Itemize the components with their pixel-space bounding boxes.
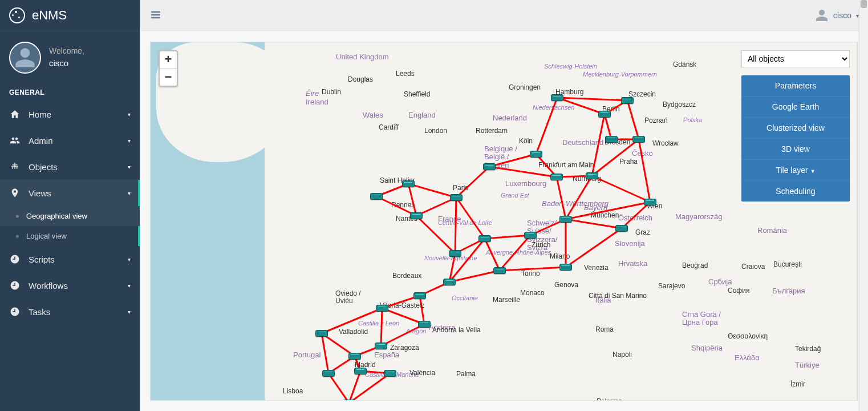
hamburger-icon[interactable] bbox=[149, 9, 163, 22]
welcome-greeting: Welcome, bbox=[49, 45, 84, 57]
sidebar-subnav: Geographical view Logical view bbox=[0, 206, 140, 246]
sidebar-item-admin[interactable]: Admin ▾ bbox=[0, 127, 140, 154]
network-node[interactable] bbox=[605, 136, 618, 143]
network-node[interactable] bbox=[524, 232, 537, 239]
brand-logo-icon bbox=[9, 7, 25, 23]
sitemap-icon bbox=[9, 162, 21, 172]
topbar-username: cisco bbox=[833, 11, 851, 20]
network-node[interactable] bbox=[559, 216, 572, 223]
map[interactable]: + − All objects Parameters Google Earth … bbox=[150, 42, 857, 401]
network-node[interactable] bbox=[322, 370, 335, 377]
network-node[interactable] bbox=[483, 163, 496, 170]
network-node[interactable] bbox=[410, 212, 423, 219]
clock-icon bbox=[9, 307, 21, 317]
object-filter-select[interactable]: All objects bbox=[741, 50, 850, 67]
caret-down-icon: ▼ bbox=[810, 168, 816, 174]
network-node[interactable] bbox=[586, 172, 598, 179]
chevron-down-icon: ▾ bbox=[128, 138, 131, 144]
users-icon bbox=[9, 135, 21, 146]
main: cisco ▾ + − bbox=[140, 0, 868, 411]
network-node[interactable] bbox=[559, 264, 572, 271]
sidebar-item-label: Tasks bbox=[29, 307, 50, 317]
sidebar-item-scripts[interactable]: Scripts ▾ bbox=[0, 246, 140, 272]
sidebar-item-label: Home bbox=[29, 110, 51, 119]
sidebar-item-objects[interactable]: Objects ▾ bbox=[0, 154, 140, 180]
zoom-control: + − bbox=[159, 50, 178, 87]
subnav-geographical-view[interactable]: Geographical view bbox=[0, 206, 140, 226]
network-node[interactable] bbox=[315, 330, 328, 337]
network-node[interactable] bbox=[450, 194, 463, 201]
sidebar: eNMS Welcome, cisco GENERAL Home ▾ Admin… bbox=[0, 0, 140, 411]
menu-parameters[interactable]: Parameters bbox=[741, 75, 850, 96]
chevron-down-icon: ▾ bbox=[128, 283, 131, 289]
user-avatar-icon bbox=[815, 9, 829, 22]
network-node[interactable] bbox=[478, 235, 491, 242]
network-node[interactable] bbox=[370, 193, 383, 200]
welcome-block: Welcome, cisco bbox=[0, 31, 140, 85]
welcome-username: cisco bbox=[49, 57, 84, 70]
network-node[interactable] bbox=[449, 250, 461, 257]
network-node[interactable] bbox=[343, 400, 355, 401]
zoom-in-button[interactable]: + bbox=[160, 51, 177, 68]
sidebar-item-label: Views bbox=[29, 188, 51, 198]
sidebar-item-label: Objects bbox=[29, 162, 58, 172]
sidebar-item-tasks[interactable]: Tasks ▾ bbox=[0, 299, 140, 325]
chevron-down-icon: ▾ bbox=[128, 309, 131, 315]
brand: eNMS bbox=[0, 0, 140, 31]
network-node[interactable] bbox=[413, 292, 426, 299]
sidebar-item-label: Workflows bbox=[29, 281, 68, 291]
sidebar-item-workflows[interactable]: Workflows ▾ bbox=[0, 272, 140, 299]
map-container: + − All objects Parameters Google Earth … bbox=[150, 42, 858, 401]
network-node[interactable] bbox=[375, 342, 387, 349]
home-icon bbox=[9, 109, 21, 119]
network-node[interactable] bbox=[530, 151, 542, 158]
map-marker-icon bbox=[9, 188, 21, 198]
content: + − All objects Parameters Google Earth … bbox=[140, 31, 868, 411]
subnav-logical-view[interactable]: Logical view bbox=[0, 226, 140, 246]
clock-icon bbox=[9, 254, 21, 264]
map-action-menu: Parameters Google Earth Clusterized view… bbox=[741, 75, 850, 202]
menu-3d-view[interactable]: 3D view bbox=[741, 139, 850, 160]
page-scrollbar[interactable] bbox=[859, 0, 868, 411]
sidebar-item-views[interactable]: Views ▾ Geographical view Logical view bbox=[0, 180, 140, 246]
sidebar-item-label: Admin bbox=[29, 136, 53, 146]
network-node[interactable] bbox=[551, 94, 563, 101]
menu-tile-layer[interactable]: Tile layer▼ bbox=[741, 160, 850, 181]
menu-clusterized-view[interactable]: Clusterized view bbox=[741, 118, 850, 139]
network-node[interactable] bbox=[376, 305, 388, 312]
zoom-out-button[interactable]: − bbox=[160, 68, 177, 86]
network-node[interactable] bbox=[644, 199, 656, 206]
sidebar-item-label: Scripts bbox=[29, 255, 55, 264]
chevron-down-icon: ▾ bbox=[128, 190, 131, 196]
chevron-down-icon: ▾ bbox=[128, 111, 131, 118]
topbar: cisco ▾ bbox=[140, 0, 868, 31]
sidebar-nav: Home ▾ Admin ▾ Objects ▾ Views ▾ Geograp… bbox=[0, 101, 140, 325]
map-land bbox=[265, 282, 447, 401]
map-side-panel: All objects Parameters Google Earth Clus… bbox=[741, 50, 850, 202]
clock-icon bbox=[9, 280, 21, 291]
user-avatar-icon bbox=[9, 42, 41, 74]
network-node[interactable] bbox=[348, 353, 361, 360]
network-node[interactable] bbox=[418, 321, 431, 328]
brand-name: eNMS bbox=[32, 8, 67, 23]
network-node[interactable] bbox=[493, 267, 506, 274]
network-node[interactable] bbox=[443, 279, 456, 285]
network-node[interactable] bbox=[632, 136, 645, 143]
menu-google-earth[interactable]: Google Earth bbox=[741, 96, 850, 118]
chevron-down-icon: ▾ bbox=[128, 164, 131, 170]
topbar-user-menu[interactable]: cisco ▾ bbox=[815, 9, 859, 22]
network-node[interactable] bbox=[402, 180, 415, 187]
menu-scheduling[interactable]: Scheduling bbox=[741, 181, 850, 202]
network-node[interactable] bbox=[615, 225, 628, 232]
network-node[interactable] bbox=[354, 368, 367, 374]
network-node[interactable] bbox=[550, 174, 563, 180]
network-node[interactable] bbox=[384, 370, 396, 377]
chevron-down-icon: ▾ bbox=[128, 256, 131, 263]
sidebar-section-header: GENERAL bbox=[0, 88, 140, 101]
sidebar-item-home[interactable]: Home ▾ bbox=[0, 101, 140, 127]
network-node[interactable] bbox=[621, 97, 634, 104]
network-node[interactable] bbox=[598, 111, 611, 118]
